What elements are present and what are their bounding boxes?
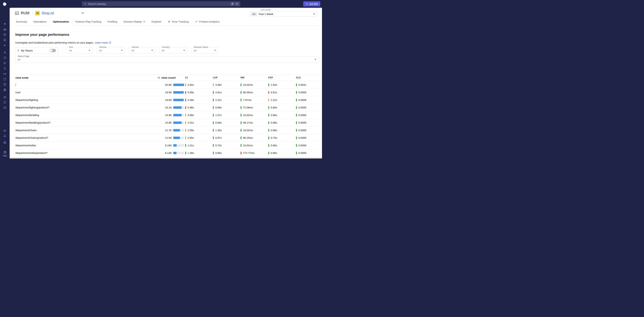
- table-row[interactable]: /department/lighting19.8K4.39s2.22s7.97m…: [15, 96, 319, 104]
- sidebar-item-llm[interactable]: [3, 106, 7, 110]
- tab-operations[interactable]: Operations: [30, 18, 50, 26]
- sidebar-item-apm[interactable]: [3, 66, 7, 70]
- chevron-down-icon[interactable]: [82, 12, 84, 14]
- filter-service[interactable]: ServiceAll: [97, 47, 125, 54]
- tab-error-tracking[interactable]: Error Tracking: [164, 18, 192, 26]
- status-indicator: [240, 144, 242, 147]
- metric-value: 0.0000: [298, 121, 306, 124]
- col-header-lcp[interactable]: LCP: [213, 76, 240, 79]
- status-indicator: [296, 84, 297, 86]
- service-name-link[interactable]: Shop.ist: [42, 11, 54, 15]
- tab-profiling[interactable]: Profiling: [104, 18, 120, 26]
- metric-value: 1.07s: [215, 114, 222, 116]
- sidebar-item-pipelines[interactable]: [3, 140, 7, 144]
- view-count-bar-fill: [173, 84, 184, 86]
- sidebar-item-monitor[interactable]: [3, 38, 7, 42]
- fcp-cell: 0.68s: [268, 121, 296, 124]
- table-row[interactable]: /department/bedding15.9K3.88s1.07s16.02m…: [15, 111, 319, 119]
- view-count-value: 15.8K: [157, 121, 173, 124]
- sidebar-item-logs[interactable]: [3, 61, 7, 65]
- status-indicator: [185, 136, 186, 139]
- tab-summary[interactable]: Summary: [13, 18, 30, 26]
- col-header-cls[interactable]: CLS: [296, 76, 319, 79]
- view-count-value: 19.9K: [157, 91, 173, 94]
- col-header-fcp[interactable]: FCP: [268, 76, 296, 79]
- learn-more-link[interactable]: Learn more: [95, 41, 111, 44]
- sidebar-item-delivery[interactable]: [3, 129, 7, 132]
- filter-browser-name[interactable]: Browser NameAll: [192, 47, 218, 54]
- view-name-cell[interactable]: /department/lighting/product/?: [15, 106, 157, 109]
- status-indicator: [213, 144, 214, 147]
- sidebar-item-help[interactable]: Help: [3, 151, 7, 157]
- view-count-cell: 15.8K: [157, 121, 185, 124]
- status-indicator: [240, 98, 242, 101]
- bell-icon: [3, 134, 6, 138]
- sidebar-item-sparkle[interactable]: [3, 22, 7, 26]
- sidebar-item-bell[interactable]: [3, 134, 7, 138]
- col-header-lt[interactable]: LT: [185, 76, 213, 79]
- ask-bits-button[interactable]: Ask Bits: [303, 2, 320, 6]
- sidebar-item-people[interactable]: [3, 50, 7, 54]
- view-name-cell[interactable]: /: [15, 83, 157, 86]
- metric-value: 1.51s: [188, 144, 194, 147]
- table-row[interactable]: /department/lighting/product/?16.1K5.98s…: [15, 104, 319, 111]
- status-indicator: [240, 106, 242, 109]
- view-name-cell[interactable]: /department/sofas: [15, 144, 157, 147]
- tab-feature-flag-tracking[interactable]: Feature Flag Tracking: [72, 18, 104, 26]
- lt-cell: 5.98s: [185, 106, 213, 109]
- view-name-cell[interactable]: /department/chairs/product/?: [15, 136, 157, 139]
- datadog-logo-icon[interactable]: [2, 1, 8, 6]
- toggle-knob: [50, 49, 52, 52]
- view-name-cell[interactable]: /department/sofas/product/?: [15, 152, 157, 154]
- my-teams-filter[interactable]: My Teams: [15, 47, 58, 54]
- view-name-cell[interactable]: /department/bedding/product/?: [15, 121, 157, 124]
- sidebar-item-watchdog[interactable]: [3, 33, 7, 36]
- lt-cell: 1.39s: [185, 152, 213, 154]
- view-count-cell: 19.9K: [157, 91, 185, 94]
- view-count-bar-fill: [173, 99, 184, 101]
- view-name-cell[interactable]: /department/chairs: [15, 129, 157, 132]
- col-header-inp[interactable]: INP: [240, 76, 268, 79]
- metric-value: 0.0000: [298, 106, 306, 109]
- select-page-filter[interactable]: Select Page All: [15, 56, 319, 63]
- status-indicator: [185, 114, 186, 116]
- tab-session-replay[interactable]: Session Replay: [120, 18, 148, 26]
- sidebar-item-security[interactable]: [3, 77, 7, 81]
- table-row[interactable]: /department/sofas/product/?6.14K1.39s0.6…: [15, 149, 319, 156]
- my-teams-toggle[interactable]: [50, 49, 56, 52]
- table-row[interactable]: /20.6K3.82s3.48s16.02ms1.63s0.0041: [15, 81, 319, 88]
- inp-cell: 56.25ms: [240, 136, 268, 139]
- status-indicator: [185, 106, 186, 109]
- view-name-cell[interactable]: /department/bedding: [15, 114, 157, 116]
- tab-label: Explorer: [152, 20, 162, 23]
- table-row[interactable]: /cart19.9K5.89s4.81s80.35ms4.81s0.0000: [15, 88, 319, 96]
- sidebar-item-ci[interactable]: [3, 100, 7, 104]
- tab-explorer[interactable]: Explorer: [148, 18, 164, 26]
- metric-value: 4.81s: [215, 91, 222, 94]
- view-count-bar: [173, 137, 184, 139]
- filter-country[interactable]: CountryAll: [160, 47, 187, 54]
- tab-product-analytics[interactable]: Product Analytics: [192, 18, 223, 26]
- view-name-cell[interactable]: /department/lighting: [15, 98, 157, 101]
- table-row[interactable]: /department/bedding/product/?15.8K2.51s0…: [15, 119, 319, 126]
- filter-version[interactable]: VersionAll: [129, 47, 155, 54]
- table-row[interactable]: /department/sofas6.16K1.51s0.70s16.02ms0…: [15, 142, 319, 149]
- col-header-view-count[interactable]: VIEW COUNT: [157, 76, 185, 79]
- view-name-cell[interactable]: /cart: [15, 91, 157, 94]
- global-search-input[interactable]: Search Datadog ⌘ K: [82, 2, 240, 6]
- time-range-picker[interactable]: 1w Past 1 Week: [249, 11, 317, 16]
- horizontal-scrollbar[interactable]: [10, 157, 322, 158]
- status-indicator: [268, 144, 269, 147]
- tab-optimization[interactable]: Optimization: [50, 18, 72, 26]
- lcp-cell: 2.22s: [213, 98, 240, 101]
- sidebar-item-infrastructure[interactable]: [3, 56, 7, 60]
- filter-env[interactable]: EnvAll: [67, 47, 92, 54]
- table-row[interactable]: /department/chairs12.7K2.59s1.35s16.02ms…: [15, 126, 319, 134]
- sidebar-item-synthetics[interactable]: [3, 88, 7, 92]
- table-row[interactable]: /department/chairs/product/?12.5K2.55s0.…: [15, 134, 319, 142]
- sidebar-item-database[interactable]: [3, 82, 7, 86]
- sidebar-item-metrics[interactable]: [3, 27, 7, 31]
- sidebar-item-bug[interactable]: [3, 95, 7, 99]
- sidebar-item-bolt[interactable]: [3, 43, 7, 47]
- sidebar-item-service-map[interactable]: [3, 72, 7, 76]
